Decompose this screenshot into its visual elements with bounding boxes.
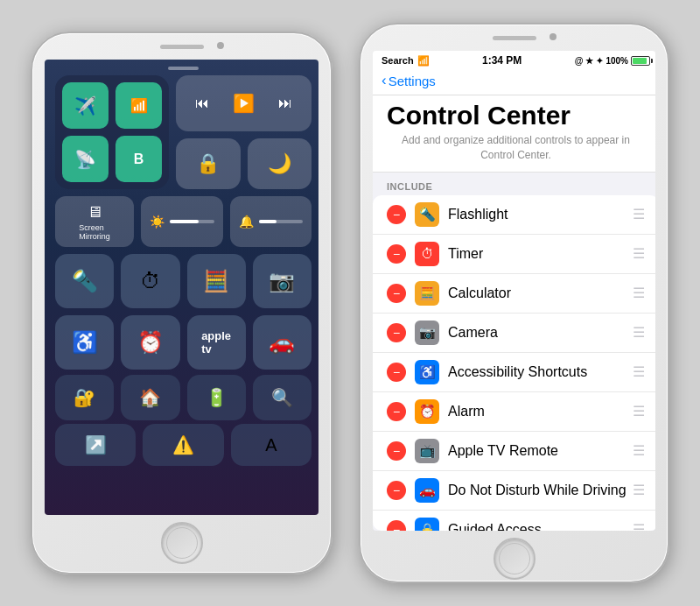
reorder-icon[interactable]: ☰ [633, 363, 645, 380]
settings-list: −🔦Flashlight☰−⏱Timer☰−🧮Calculator☰−📷Came… [373, 195, 655, 531]
section-header: INCLUDE [373, 173, 655, 195]
volume-slider[interactable]: 🔔 [230, 196, 312, 247]
cc-grid: ✈️ 📶 📡 B ⏮ ▶️ ⏭ 🔒 🌙 [45, 75, 318, 370]
night-mode-btn[interactable]: 🌙 [248, 138, 312, 189]
camera-btn[interactable]: 📷 [253, 254, 312, 308]
speaker-left [160, 45, 204, 49]
item-label: Guided Access [448, 522, 633, 531]
list-item[interactable]: −🔒Guided Access☰ [373, 511, 655, 531]
driving-btn[interactable]: 🚗 [253, 315, 312, 370]
orientation-lock-btn[interactable]: 🔒 [176, 138, 241, 189]
remove-button[interactable]: − [387, 520, 406, 531]
search-btn[interactable]: 🔍 [253, 375, 312, 420]
flashlight-btn[interactable]: 🔦 [55, 254, 114, 308]
remove-button[interactable]: − [387, 402, 406, 421]
audio-controls: ⏮ ▶️ ⏭ [176, 75, 312, 131]
item-label: Timer [448, 246, 633, 262]
at-icon: @ [575, 56, 584, 66]
list-item[interactable]: −🚗Do Not Disturb While Driving☰ [373, 471, 655, 511]
home-button-right[interactable] [494, 538, 536, 580]
reorder-icon[interactable]: ☰ [633, 206, 645, 222]
top-bar-right [360, 25, 668, 51]
alarm-btn[interactable]: ⏰ [121, 315, 179, 370]
remove-button[interactable]: − [387, 323, 406, 342]
accessibility-btn[interactable]: ♿ [55, 315, 114, 370]
item-label: Calculator [448, 285, 633, 301]
wifi-btn[interactable]: 📡 [62, 136, 108, 182]
back-label: Settings [388, 74, 436, 88]
item-label: Apple TV Remote [448, 443, 633, 459]
remove-button[interactable]: − [387, 363, 406, 382]
home-button-inner-right [499, 543, 530, 574]
airplane-btn[interactable]: ✈️ [62, 82, 108, 129]
reorder-icon[interactable]: ☰ [633, 482, 645, 498]
brightness-fill [170, 220, 199, 223]
item-icon: ⏰ [415, 399, 439, 424]
warn-btn[interactable]: ⚠️ [143, 424, 223, 466]
remove-button[interactable]: − [387, 441, 406, 461]
home-btn-cc[interactable]: 🏠 [121, 375, 179, 420]
nav-bar: ‹ Settings [373, 68, 655, 95]
cellular-btn[interactable]: 📶 [116, 82, 162, 129]
home-button-left[interactable] [161, 522, 203, 564]
right-top-col: ⏮ ▶️ ⏭ 🔒 🌙 [176, 75, 312, 189]
list-item[interactable]: −♿Accessibility Shortcuts☰ [373, 353, 655, 392]
bluetooth-status-icon: ✦ [596, 56, 603, 66]
item-icon: 🚗 [415, 478, 439, 503]
battery-btn[interactable]: 🔋 [187, 375, 246, 420]
item-label: Do Not Disturb While Driving [448, 483, 633, 498]
item-icon: ♿ [415, 360, 439, 384]
back-button[interactable]: ‹ Settings [382, 72, 650, 89]
status-bar: Search 📶 1:34 PM @ ★ ✦ 100% [373, 51, 655, 68]
list-item[interactable]: −🧮Calculator☰ [373, 274, 655, 314]
list-item[interactable]: −⏰Alarm☰ [373, 392, 655, 432]
drag-indicator [168, 67, 199, 70]
control-center-screen: ✈️ 📶 📡 B ⏮ ▶️ ⏭ 🔒 🌙 [45, 60, 318, 515]
status-left: Search 📶 [382, 55, 430, 67]
share-btn[interactable]: ↗️ [55, 424, 136, 466]
reorder-icon[interactable]: ☰ [633, 285, 645, 301]
item-label: Accessibility Shortcuts [448, 364, 633, 380]
cc-sliders-row: 🖥 ScreenMirroring ☀️ 🔔 [55, 196, 312, 247]
page-header: Control Center Add and organize addition… [373, 95, 655, 173]
item-icon: 🔒 [415, 518, 439, 531]
back-chevron-icon: ‹ [382, 72, 387, 89]
item-icon: 🧮 [415, 281, 439, 306]
brightness-slider[interactable]: ☀️ [141, 196, 223, 247]
list-item[interactable]: −⏱Timer☰ [373, 235, 655, 274]
screen-mirror-btn[interactable]: 🖥 ScreenMirroring [55, 196, 134, 247]
bluetooth-btn[interactable]: B [116, 136, 162, 182]
home-button-inner-left [166, 527, 198, 559]
camera-left [217, 42, 224, 49]
list-item[interactable]: −📷Camera☰ [373, 314, 655, 353]
reorder-icon[interactable]: ☰ [633, 245, 645, 262]
play-icon[interactable]: ▶️ [233, 93, 255, 114]
remove-button[interactable]: − [387, 481, 406, 500]
calculator-btn[interactable]: 🧮 [187, 254, 246, 308]
battery-percent: 100% [606, 56, 628, 66]
list-item[interactable]: −📺Apple TV Remote☰ [373, 432, 655, 471]
remove-button[interactable]: − [387, 205, 406, 224]
reorder-icon[interactable]: ☰ [633, 521, 645, 531]
network-box: ✈️ 📶 📡 B [55, 75, 169, 189]
page-subtitle: Add and organize additional controls to … [387, 133, 645, 163]
brightness-icon: ☀️ [150, 215, 164, 229]
timer-btn[interactable]: ⏱ [121, 254, 179, 308]
remove-button[interactable]: − [387, 284, 406, 303]
volume-icon: 🔔 [239, 215, 254, 229]
mirror-icon: 🖥 [87, 203, 102, 222]
reorder-icon[interactable]: ☰ [633, 324, 645, 341]
star-icon: ★ [585, 56, 593, 66]
right-iphone: Search 📶 1:34 PM @ ★ ✦ 100% ‹ [359, 23, 669, 583]
text-btn[interactable]: A [231, 424, 312, 466]
remove-button[interactable]: − [387, 244, 406, 264]
list-item[interactable]: −🔦Flashlight☰ [373, 195, 655, 235]
appletv-btn[interactable]: appletv [187, 315, 246, 370]
item-label: Alarm [448, 404, 633, 419]
prev-icon[interactable]: ⏮ [195, 95, 209, 111]
reorder-icon[interactable]: ☰ [633, 403, 645, 419]
lock-btn[interactable]: 🔐 [55, 375, 114, 420]
next-icon[interactable]: ⏭ [278, 95, 292, 111]
cc-top-row: ✈️ 📶 📡 B ⏮ ▶️ ⏭ 🔒 🌙 [55, 75, 312, 189]
reorder-icon[interactable]: ☰ [633, 442, 645, 459]
